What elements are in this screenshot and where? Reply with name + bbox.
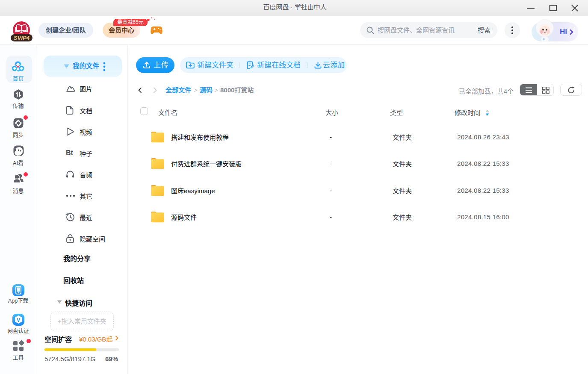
svg-text:SVIP4: SVIP4 <box>14 35 30 41</box>
svg-text:V: V <box>17 317 20 323</box>
